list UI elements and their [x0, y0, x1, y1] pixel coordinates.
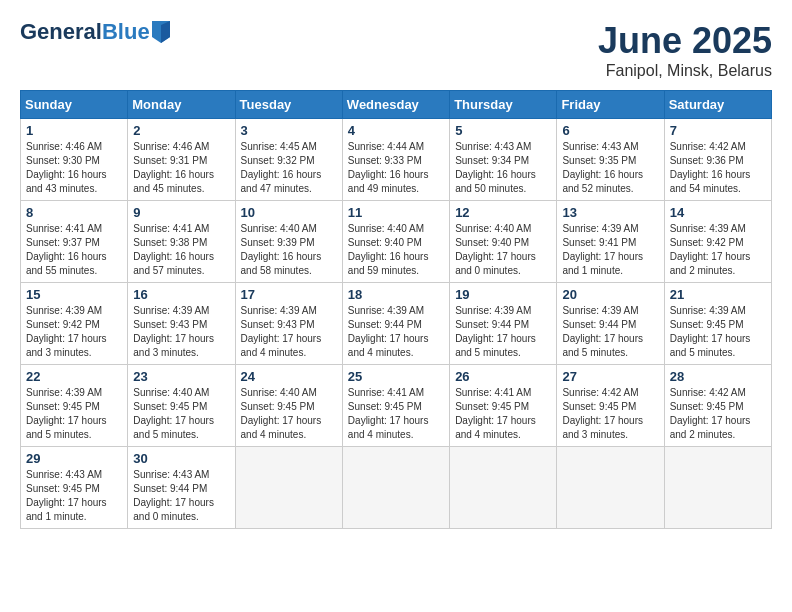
- day-info: Sunrise: 4:41 AM Sunset: 9:37 PM Dayligh…: [26, 222, 122, 278]
- calendar-day-cell: 7Sunrise: 4:42 AM Sunset: 9:36 PM Daylig…: [664, 119, 771, 201]
- calendar-day-cell: 4Sunrise: 4:44 AM Sunset: 9:33 PM Daylig…: [342, 119, 449, 201]
- day-number: 24: [241, 369, 337, 384]
- day-number: 25: [348, 369, 444, 384]
- day-number: 11: [348, 205, 444, 220]
- calendar-week-row: 8Sunrise: 4:41 AM Sunset: 9:37 PM Daylig…: [21, 201, 772, 283]
- calendar-day-cell: [664, 447, 771, 529]
- day-number: 29: [26, 451, 122, 466]
- day-number: 12: [455, 205, 551, 220]
- day-number: 9: [133, 205, 229, 220]
- calendar-day-cell: 26Sunrise: 4:41 AM Sunset: 9:45 PM Dayli…: [450, 365, 557, 447]
- day-info: Sunrise: 4:43 AM Sunset: 9:44 PM Dayligh…: [133, 468, 229, 524]
- day-number: 10: [241, 205, 337, 220]
- calendar-week-row: 15Sunrise: 4:39 AM Sunset: 9:42 PM Dayli…: [21, 283, 772, 365]
- main-title: June 2025: [598, 20, 772, 62]
- calendar-day-cell: 12Sunrise: 4:40 AM Sunset: 9:40 PM Dayli…: [450, 201, 557, 283]
- calendar-day-cell: 27Sunrise: 4:42 AM Sunset: 9:45 PM Dayli…: [557, 365, 664, 447]
- calendar-day-cell: 28Sunrise: 4:42 AM Sunset: 9:45 PM Dayli…: [664, 365, 771, 447]
- day-info: Sunrise: 4:39 AM Sunset: 9:45 PM Dayligh…: [26, 386, 122, 442]
- day-info: Sunrise: 4:44 AM Sunset: 9:33 PM Dayligh…: [348, 140, 444, 196]
- calendar-day-cell: 8Sunrise: 4:41 AM Sunset: 9:37 PM Daylig…: [21, 201, 128, 283]
- weekday-header: Monday: [128, 91, 235, 119]
- day-info: Sunrise: 4:39 AM Sunset: 9:41 PM Dayligh…: [562, 222, 658, 278]
- calendar-day-cell: [450, 447, 557, 529]
- day-info: Sunrise: 4:40 AM Sunset: 9:45 PM Dayligh…: [241, 386, 337, 442]
- day-info: Sunrise: 4:41 AM Sunset: 9:45 PM Dayligh…: [348, 386, 444, 442]
- calendar-day-cell: 25Sunrise: 4:41 AM Sunset: 9:45 PM Dayli…: [342, 365, 449, 447]
- day-info: Sunrise: 4:39 AM Sunset: 9:43 PM Dayligh…: [241, 304, 337, 360]
- day-number: 22: [26, 369, 122, 384]
- weekday-header: Saturday: [664, 91, 771, 119]
- day-number: 14: [670, 205, 766, 220]
- day-number: 27: [562, 369, 658, 384]
- calendar-day-cell: 6Sunrise: 4:43 AM Sunset: 9:35 PM Daylig…: [557, 119, 664, 201]
- calendar-day-cell: [557, 447, 664, 529]
- day-number: 20: [562, 287, 658, 302]
- day-number: 1: [26, 123, 122, 138]
- day-info: Sunrise: 4:39 AM Sunset: 9:42 PM Dayligh…: [670, 222, 766, 278]
- calendar-day-cell: 23Sunrise: 4:40 AM Sunset: 9:45 PM Dayli…: [128, 365, 235, 447]
- day-number: 6: [562, 123, 658, 138]
- calendar-header-row: SundayMondayTuesdayWednesdayThursdayFrid…: [21, 91, 772, 119]
- day-info: Sunrise: 4:39 AM Sunset: 9:44 PM Dayligh…: [455, 304, 551, 360]
- day-number: 8: [26, 205, 122, 220]
- day-info: Sunrise: 4:43 AM Sunset: 9:34 PM Dayligh…: [455, 140, 551, 196]
- calendar-day-cell: [342, 447, 449, 529]
- calendar-day-cell: [235, 447, 342, 529]
- calendar-week-row: 1Sunrise: 4:46 AM Sunset: 9:30 PM Daylig…: [21, 119, 772, 201]
- day-number: 2: [133, 123, 229, 138]
- calendar-day-cell: 22Sunrise: 4:39 AM Sunset: 9:45 PM Dayli…: [21, 365, 128, 447]
- day-number: 3: [241, 123, 337, 138]
- day-info: Sunrise: 4:40 AM Sunset: 9:45 PM Dayligh…: [133, 386, 229, 442]
- calendar-table: SundayMondayTuesdayWednesdayThursdayFrid…: [20, 90, 772, 529]
- calendar-day-cell: 29Sunrise: 4:43 AM Sunset: 9:45 PM Dayli…: [21, 447, 128, 529]
- day-info: Sunrise: 4:43 AM Sunset: 9:35 PM Dayligh…: [562, 140, 658, 196]
- day-number: 19: [455, 287, 551, 302]
- day-number: 28: [670, 369, 766, 384]
- day-info: Sunrise: 4:46 AM Sunset: 9:30 PM Dayligh…: [26, 140, 122, 196]
- day-info: Sunrise: 4:46 AM Sunset: 9:31 PM Dayligh…: [133, 140, 229, 196]
- day-info: Sunrise: 4:39 AM Sunset: 9:44 PM Dayligh…: [562, 304, 658, 360]
- day-info: Sunrise: 4:41 AM Sunset: 9:45 PM Dayligh…: [455, 386, 551, 442]
- calendar-day-cell: 2Sunrise: 4:46 AM Sunset: 9:31 PM Daylig…: [128, 119, 235, 201]
- calendar-day-cell: 3Sunrise: 4:45 AM Sunset: 9:32 PM Daylig…: [235, 119, 342, 201]
- day-number: 18: [348, 287, 444, 302]
- day-info: Sunrise: 4:40 AM Sunset: 9:39 PM Dayligh…: [241, 222, 337, 278]
- weekday-header: Friday: [557, 91, 664, 119]
- calendar-day-cell: 14Sunrise: 4:39 AM Sunset: 9:42 PM Dayli…: [664, 201, 771, 283]
- day-info: Sunrise: 4:39 AM Sunset: 9:42 PM Dayligh…: [26, 304, 122, 360]
- calendar-day-cell: 16Sunrise: 4:39 AM Sunset: 9:43 PM Dayli…: [128, 283, 235, 365]
- calendar-day-cell: 9Sunrise: 4:41 AM Sunset: 9:38 PM Daylig…: [128, 201, 235, 283]
- day-number: 4: [348, 123, 444, 138]
- day-info: Sunrise: 4:39 AM Sunset: 9:44 PM Dayligh…: [348, 304, 444, 360]
- calendar-day-cell: 24Sunrise: 4:40 AM Sunset: 9:45 PM Dayli…: [235, 365, 342, 447]
- calendar-day-cell: 1Sunrise: 4:46 AM Sunset: 9:30 PM Daylig…: [21, 119, 128, 201]
- calendar-day-cell: 5Sunrise: 4:43 AM Sunset: 9:34 PM Daylig…: [450, 119, 557, 201]
- day-info: Sunrise: 4:41 AM Sunset: 9:38 PM Dayligh…: [133, 222, 229, 278]
- weekday-header: Sunday: [21, 91, 128, 119]
- calendar-day-cell: 19Sunrise: 4:39 AM Sunset: 9:44 PM Dayli…: [450, 283, 557, 365]
- calendar-week-row: 29Sunrise: 4:43 AM Sunset: 9:45 PM Dayli…: [21, 447, 772, 529]
- day-info: Sunrise: 4:45 AM Sunset: 9:32 PM Dayligh…: [241, 140, 337, 196]
- day-number: 7: [670, 123, 766, 138]
- weekday-header: Tuesday: [235, 91, 342, 119]
- day-number: 13: [562, 205, 658, 220]
- day-info: Sunrise: 4:43 AM Sunset: 9:45 PM Dayligh…: [26, 468, 122, 524]
- calendar-day-cell: 11Sunrise: 4:40 AM Sunset: 9:40 PM Dayli…: [342, 201, 449, 283]
- day-info: Sunrise: 4:39 AM Sunset: 9:43 PM Dayligh…: [133, 304, 229, 360]
- day-number: 21: [670, 287, 766, 302]
- day-number: 30: [133, 451, 229, 466]
- subtitle: Fanipol, Minsk, Belarus: [598, 62, 772, 80]
- day-info: Sunrise: 4:42 AM Sunset: 9:45 PM Dayligh…: [670, 386, 766, 442]
- calendar-day-cell: 20Sunrise: 4:39 AM Sunset: 9:44 PM Dayli…: [557, 283, 664, 365]
- day-number: 26: [455, 369, 551, 384]
- calendar-week-row: 22Sunrise: 4:39 AM Sunset: 9:45 PM Dayli…: [21, 365, 772, 447]
- calendar-day-cell: 13Sunrise: 4:39 AM Sunset: 9:41 PM Dayli…: [557, 201, 664, 283]
- day-info: Sunrise: 4:39 AM Sunset: 9:45 PM Dayligh…: [670, 304, 766, 360]
- weekday-header: Wednesday: [342, 91, 449, 119]
- title-block: June 2025 Fanipol, Minsk, Belarus: [598, 20, 772, 80]
- day-number: 5: [455, 123, 551, 138]
- weekday-header: Thursday: [450, 91, 557, 119]
- day-number: 17: [241, 287, 337, 302]
- logo-text: GeneralBlue: [20, 20, 150, 44]
